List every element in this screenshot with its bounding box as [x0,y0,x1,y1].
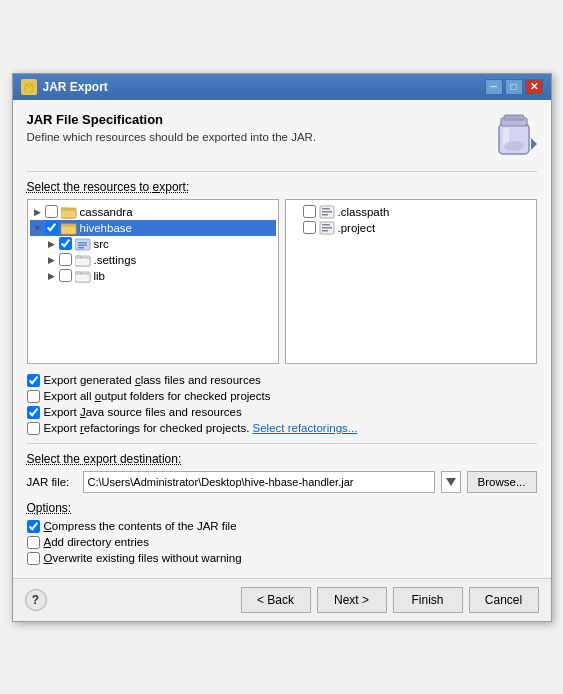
tree-left[interactable]: ▶ cassandra ▼ [27,199,279,364]
jar-icon [491,108,537,163]
options-label: Options: [27,501,537,515]
export-output-label: Export all output folders for checked pr… [44,390,271,402]
svg-rect-26 [322,211,332,213]
label-src: src [94,238,109,250]
overwrite-row: Overwrite existing files without warning [27,552,537,565]
jar-export-window: JAR Export ─ □ ✕ JAR File Specification … [12,73,552,622]
svg-rect-13 [61,226,76,234]
directory-label: Add directory entries [44,536,149,548]
label-cassandra: cassandra [80,206,133,218]
label-project: .project [338,222,376,234]
svg-point-6 [504,141,524,151]
compress-checkbox[interactable] [27,520,40,533]
tree-item-hivehbase[interactable]: ▼ hivehbase [30,220,276,236]
resources-label: Select the resources to export: [27,180,537,194]
minimize-button[interactable]: ─ [485,79,503,95]
export-output-checkbox[interactable] [27,390,40,403]
export-class-row: Export generated class files and resourc… [27,374,537,387]
folder-icon-settings [75,253,91,267]
compress-label: Compress the contents of the JAR file [44,520,237,532]
checkbox-src[interactable] [59,237,72,250]
svg-rect-4 [504,115,524,120]
export-java-checkbox[interactable] [27,406,40,419]
export-options: Export generated class files and resourc… [27,374,537,435]
export-refactor-label: Export refactorings for checked projects… [44,422,358,434]
tree-item-src[interactable]: ▶ src [44,236,276,252]
label-hivehbase: hivehbase [80,222,132,234]
next-button[interactable]: Next > [317,587,387,613]
export-refactor-checkbox[interactable] [27,422,40,435]
label-settings: .settings [94,254,137,266]
browse-button[interactable]: Browse... [467,471,537,493]
close-button[interactable]: ✕ [525,79,543,95]
tree-item-settings[interactable]: ▶ .settings [44,252,276,268]
directory-row: Add directory entries [27,536,537,549]
svg-marker-32 [446,478,456,486]
tree-item-cassandra[interactable]: ▶ cassandra [30,204,276,220]
src-icon [75,237,91,251]
maximize-button[interactable]: □ [505,79,523,95]
back-button[interactable]: < Back [241,587,311,613]
tree-item-lib[interactable]: ▶ lib [44,268,276,284]
export-java-label: Export Java source files and resources [44,406,242,418]
toggle-hivehbase[interactable]: ▼ [32,222,44,234]
checkbox-cassandra[interactable] [45,205,58,218]
label-classpath: .classpath [338,206,390,218]
svg-rect-20 [75,258,90,266]
checkbox-hivehbase[interactable] [45,221,58,234]
checkbox-lib[interactable] [59,269,72,282]
export-output-row: Export all output folders for checked pr… [27,390,537,403]
window-icon [21,79,37,95]
cancel-button[interactable]: Cancel [469,587,539,613]
folder-icon-lib [75,269,91,283]
dialog-content: JAR File Specification Define which reso… [13,100,551,578]
toggle-cassandra[interactable]: ▶ [32,206,44,218]
svg-rect-31 [322,230,328,232]
export-java-row: Export Java source files and resources [27,406,537,419]
window-title: JAR Export [43,80,108,94]
overwrite-label: Overwrite existing files without warning [44,552,242,564]
svg-marker-7 [531,138,537,150]
checkbox-project[interactable] [303,221,316,234]
svg-rect-30 [322,227,332,229]
classpath-icon [319,205,335,219]
tree-item-classpath[interactable]: ▶ .classpath [288,204,534,220]
tree-right[interactable]: ▶ .classpath ▶ [285,199,537,364]
svg-rect-16 [78,244,87,246]
folder-icon-hivehbase [61,221,77,235]
toggle-lib[interactable]: ▶ [46,270,58,282]
tree-panel-row: ▶ cassandra ▼ [27,199,537,364]
export-class-label: Export generated class files and resourc… [44,374,261,386]
section-desc: Define which resources should be exporte… [27,131,317,143]
checkbox-classpath[interactable] [303,205,316,218]
svg-rect-25 [322,208,330,210]
tree-item-project[interactable]: ▶ .project [288,220,534,236]
finish-button[interactable]: Finish [393,587,463,613]
dest-label: Select the export destination: [27,452,537,466]
options-section: Options: Compress the contents of the JA… [27,501,537,565]
svg-rect-23 [75,274,90,282]
svg-rect-27 [322,214,328,216]
project-icon [319,221,335,235]
overwrite-checkbox[interactable] [27,552,40,565]
label-lib: lib [94,270,106,282]
select-refactorings-link[interactable]: Select refactorings... [253,422,358,434]
section-title: JAR File Specification [27,112,317,127]
checkbox-settings[interactable] [59,253,72,266]
divider-1 [27,443,537,444]
dest-row: JAR file: Browse... [27,471,537,493]
title-bar: JAR Export ─ □ ✕ [13,74,551,100]
help-button[interactable]: ? [25,589,47,611]
svg-rect-17 [78,247,84,249]
dialog-footer: ? < Back Next > Finish Cancel [13,578,551,621]
dest-section: Select the export destination: JAR file:… [27,452,537,493]
directory-checkbox[interactable] [27,536,40,549]
jar-dropdown[interactable] [441,471,461,493]
export-class-checkbox[interactable] [27,374,40,387]
svg-point-1 [26,83,31,86]
toggle-settings[interactable]: ▶ [46,254,58,266]
svg-rect-29 [322,224,330,226]
jar-path-input[interactable] [83,471,435,493]
toggle-src[interactable]: ▶ [46,238,58,250]
svg-rect-10 [61,210,76,218]
